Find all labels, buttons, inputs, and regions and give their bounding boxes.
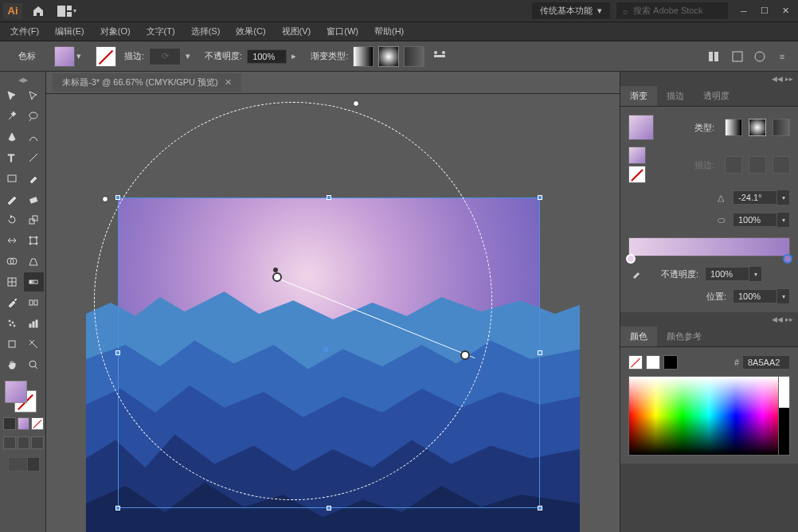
panel-menu-icon[interactable]: ≡	[774, 49, 790, 65]
type-freeform-button[interactable]	[773, 119, 790, 136]
hex-input[interactable]: 8A5AA2	[742, 355, 790, 370]
hand-tool[interactable]	[2, 355, 22, 374]
gradient-start-handle[interactable]	[272, 272, 282, 282]
gradient-end-handle[interactable]	[460, 350, 470, 360]
paintbrush-tool[interactable]	[24, 169, 45, 188]
gradient-stop-2[interactable]	[783, 254, 792, 264]
screen-mode-button[interactable]	[8, 457, 40, 471]
curvature-tool[interactable]	[24, 127, 45, 147]
lasso-tool[interactable]	[24, 107, 45, 126]
gradient-slider[interactable]	[628, 237, 790, 256]
gradient-radius-handle[interactable]	[102, 196, 108, 202]
rotate-tool[interactable]	[2, 210, 22, 229]
menu-view[interactable]: 视图(V)	[275, 23, 319, 40]
opacity-dropdown[interactable]: ▸	[291, 51, 303, 61]
active-gradient-swatch[interactable]	[628, 147, 646, 164]
tab-color-guide[interactable]: 颜色参考	[657, 327, 711, 346]
maximize-button[interactable]: ☐	[755, 3, 774, 19]
location-dropdown[interactable]: ▾	[777, 288, 790, 304]
panel-collapse[interactable]: ◀◀ ▸▸	[620, 72, 798, 86]
angle-input[interactable]: -24.1°	[733, 190, 777, 205]
document-tab[interactable]: 未标题-3* @ 66.67% (CMYK/GPU 预览) ✕	[53, 73, 241, 92]
menu-file[interactable]: 文件(F)	[3, 23, 46, 40]
color-none-swatch[interactable]	[628, 355, 643, 370]
magic-wand-tool[interactable]	[2, 107, 22, 126]
stock-search[interactable]: ⌕ 搜索 Adobe Stock	[616, 2, 728, 19]
shape-builder-tool[interactable]	[2, 252, 22, 271]
selection-tool[interactable]	[2, 86, 22, 105]
pen-tool[interactable]	[2, 127, 22, 147]
stroke-weight-input[interactable]: ⟳	[149, 48, 181, 65]
free-transform-tool[interactable]	[24, 231, 45, 250]
stroke-none-swatch[interactable]	[96, 46, 116, 67]
artboard-tool[interactable]	[2, 334, 22, 354]
stroke-none-indicator[interactable]	[628, 166, 646, 183]
zoom-tool[interactable]	[24, 355, 45, 374]
tab-stroke[interactable]: 描边	[657, 86, 694, 106]
blend-tool[interactable]	[24, 293, 45, 312]
aspect-input[interactable]: 100%	[733, 213, 777, 227]
tab-gradient[interactable]: 渐变	[620, 86, 657, 106]
perspective-grid-tool[interactable]	[24, 252, 45, 271]
tab-color[interactable]: 颜色	[620, 327, 657, 346]
menu-type[interactable]: 文字(T)	[139, 23, 182, 40]
gradient-freeform-button[interactable]	[404, 46, 424, 67]
minimize-button[interactable]: ─	[734, 3, 753, 19]
gradient-tool[interactable]	[24, 272, 45, 291]
align-icon[interactable]	[707, 49, 723, 65]
graph-tool[interactable]	[24, 314, 45, 333]
isolate-icon[interactable]	[752, 49, 768, 65]
stop-opacity-input[interactable]: 100%	[705, 267, 749, 281]
stop-opacity-dropdown[interactable]: ▾	[749, 266, 762, 282]
tab-transparency[interactable]: 透明度	[694, 86, 739, 106]
menu-help[interactable]: 帮助(H)	[367, 23, 411, 40]
artwork[interactable]	[118, 198, 540, 508]
gradient-radial-button[interactable]	[378, 46, 399, 67]
stroke-weight-dropdown[interactable]: ▾	[186, 51, 197, 61]
color-black-swatch[interactable]	[663, 355, 678, 370]
menu-select[interactable]: 选择(S)	[184, 23, 228, 40]
close-tab-icon[interactable]: ✕	[225, 77, 232, 88]
draw-behind-button[interactable]	[18, 436, 30, 449]
none-mode-button[interactable]	[31, 417, 44, 430]
menu-effect[interactable]: 效果(C)	[229, 23, 272, 40]
canvas[interactable]	[46, 94, 620, 532]
draw-inside-button[interactable]	[31, 436, 44, 449]
fill-stroke-indicator[interactable]	[5, 381, 37, 413]
gradient-mode-button[interactable]	[18, 417, 30, 430]
eraser-tool[interactable]	[24, 190, 45, 209]
gradient-preview[interactable]	[628, 115, 654, 140]
gradient-stop-1[interactable]	[626, 254, 636, 264]
slice-tool[interactable]	[24, 334, 45, 354]
eyedropper-icon[interactable]	[628, 266, 644, 282]
layout-button[interactable]: ▾	[56, 3, 78, 19]
color-spectrum[interactable]	[628, 376, 790, 456]
angle-dropdown[interactable]: ▾	[777, 190, 790, 205]
shaper-tool[interactable]	[2, 190, 22, 209]
type-radial-button[interactable]	[749, 119, 766, 136]
menu-object[interactable]: 对象(O)	[93, 23, 138, 40]
color-mode-button[interactable]	[3, 417, 16, 430]
color-panel-collapse[interactable]: ◀◀ ▸▸	[620, 312, 798, 327]
opacity-input[interactable]: 100%	[247, 49, 287, 64]
gradient-linear-button[interactable]	[353, 46, 374, 67]
home-button[interactable]	[29, 2, 48, 21]
mesh-tool[interactable]	[2, 272, 22, 291]
gradient-radius-handle[interactable]	[353, 100, 359, 107]
direct-selection-tool[interactable]	[24, 86, 45, 105]
type-tool[interactable]: T	[2, 148, 22, 167]
rectangle-tool[interactable]	[2, 169, 22, 188]
width-tool[interactable]	[2, 231, 22, 250]
transform-icon[interactable]	[730, 49, 745, 65]
menu-window[interactable]: 窗口(W)	[319, 23, 366, 40]
type-linear-button[interactable]	[725, 119, 742, 136]
toolbar-collapse[interactable]: ◀▶	[2, 76, 44, 84]
aspect-dropdown[interactable]: ▾	[777, 212, 790, 228]
close-button[interactable]: ✕	[776, 3, 795, 19]
spectrum-grayscale[interactable]	[778, 377, 789, 455]
draw-normal-button[interactable]	[3, 436, 16, 449]
eyedropper-tool[interactable]	[2, 293, 22, 312]
menu-edit[interactable]: 编辑(E)	[48, 23, 92, 40]
scale-tool[interactable]	[24, 210, 45, 229]
workspace-selector[interactable]: 传统基本功能 ▾	[532, 2, 610, 19]
